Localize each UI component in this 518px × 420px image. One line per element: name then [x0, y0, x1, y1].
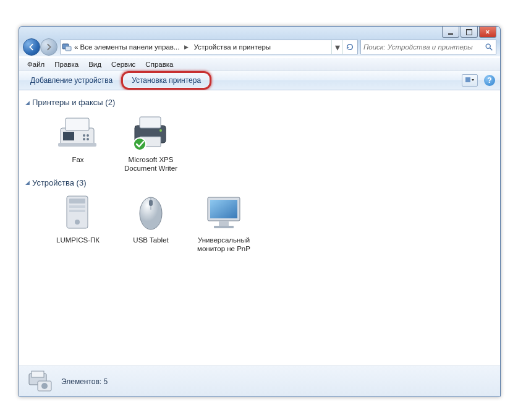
menu-edit[interactable]: Правка [50, 59, 83, 69]
item-label: LUMPICS-ПК [44, 236, 112, 244]
search-input[interactable] [363, 43, 485, 51]
devices-items: LUMPICS-ПК USB Tablet Универсальный мони… [25, 191, 494, 254]
mouse-icon [126, 191, 176, 233]
svg-point-34 [41, 383, 48, 389]
svg-rect-4 [465, 77, 470, 82]
svg-rect-29 [219, 221, 229, 226]
status-bar: Элементов: 5 [19, 366, 500, 396]
close-button[interactable] [479, 27, 496, 38]
svg-rect-25 [149, 200, 153, 206]
svg-rect-6 [66, 118, 89, 131]
device-item-xps[interactable]: Microsoft XPS Document Writer [117, 111, 185, 173]
menu-help[interactable]: Справка [141, 59, 177, 69]
back-button[interactable] [23, 38, 40, 56]
group-header-printers[interactable]: ◢ Принтеры и факсы (2) [25, 98, 494, 107]
svg-rect-21 [69, 210, 85, 212]
forward-button[interactable] [40, 38, 57, 56]
svg-rect-32 [32, 371, 44, 377]
status-icon [27, 370, 54, 393]
svg-rect-20 [69, 205, 85, 208]
refresh-button[interactable] [342, 40, 356, 54]
address-bar[interactable]: « Все элементы панели управ... ▶ Устройс… [60, 40, 358, 54]
svg-rect-14 [140, 117, 161, 128]
collapse-icon: ◢ [25, 179, 30, 186]
svg-point-10 [83, 138, 85, 140]
window-controls [442, 27, 496, 38]
menu-file[interactable]: Файл [23, 59, 49, 69]
svg-rect-1 [66, 46, 71, 51]
item-label: USB Tablet [117, 236, 185, 244]
breadcrumb-seg-2[interactable]: Устройства и принтеры [191, 40, 273, 54]
group-header-devices[interactable]: ◢ Устройства (3) [25, 178, 494, 187]
printers-items: Fax Microsoft XPS Document Writer [25, 111, 494, 173]
svg-rect-19 [69, 199, 85, 204]
item-label: Fax [44, 155, 112, 164]
maximize-button[interactable] [461, 27, 478, 38]
fax-icon [53, 111, 103, 153]
add-device-button[interactable]: Добавление устройства [24, 74, 119, 87]
navigation-row: « Все элементы панели управ... ▶ Устройс… [19, 36, 500, 58]
menu-bar: Файл Правка Вид Сервис Справка [19, 58, 500, 71]
menu-service[interactable]: Сервис [107, 59, 140, 69]
help-button[interactable]: ? [484, 75, 495, 86]
item-label: Универсальный монитор не PnP [190, 236, 258, 254]
address-dropdown[interactable]: ▾ [331, 40, 342, 54]
device-item-monitor[interactable]: Универсальный монитор не PnP [190, 191, 258, 254]
svg-rect-28 [210, 200, 237, 218]
device-item-fax[interactable]: Fax [44, 111, 112, 173]
breadcrumb-seg-1[interactable]: « Все элементы панели управ... [72, 40, 182, 54]
devices-icon [62, 42, 72, 52]
device-item-pc[interactable]: LUMPICS-ПК [44, 191, 112, 254]
svg-rect-30 [214, 226, 234, 228]
minimize-button[interactable] [442, 27, 459, 38]
svg-rect-7 [63, 132, 74, 140]
monitor-icon [199, 191, 248, 233]
svg-point-22 [75, 220, 80, 225]
svg-rect-12 [58, 143, 96, 147]
svg-point-9 [87, 134, 89, 137]
group-title: Принтеры и факсы (2) [32, 98, 115, 107]
menu-view[interactable]: Вид [84, 59, 106, 69]
search-box[interactable] [360, 40, 496, 54]
chevron-right-icon[interactable]: ▶ [182, 44, 191, 50]
svg-line-3 [490, 48, 493, 51]
svg-point-17 [134, 138, 146, 150]
computer-icon [53, 191, 103, 233]
svg-point-8 [83, 134, 85, 137]
svg-point-11 [87, 138, 89, 140]
explorer-window: « Все элементы панели управ... ▶ Устройс… [19, 26, 501, 397]
group-title: Устройства (3) [32, 178, 87, 187]
item-label: Microsoft XPS Document Writer [117, 155, 185, 173]
svg-point-16 [159, 129, 162, 132]
view-options-dropdown[interactable] [462, 74, 478, 87]
printer-icon [126, 111, 176, 153]
add-printer-button[interactable]: Установка принтера [121, 71, 211, 90]
search-icon[interactable] [485, 43, 493, 51]
toolbar: Добавление устройства Установка принтера… [19, 71, 500, 90]
status-text: Элементов: 5 [61, 377, 108, 386]
content-area: ◢ Принтеры и факсы (2) Fax Microsoft XPS… [19, 90, 500, 366]
device-item-tablet[interactable]: USB Tablet [117, 191, 185, 254]
svg-point-2 [486, 44, 490, 48]
collapse-icon: ◢ [25, 100, 30, 106]
